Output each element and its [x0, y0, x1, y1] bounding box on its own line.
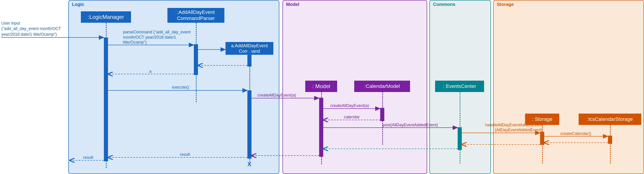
lifeline-ics	[610, 125, 611, 164]
msg-createallday-a: createAllDayEvent(a)	[258, 93, 296, 98]
act-calmodel	[380, 108, 384, 121]
act-cmd-exec	[248, 90, 252, 159]
msg-createallday-a2: createAllDayEvent(a)	[330, 103, 369, 108]
obj-logic-manager: :LogicManager	[81, 11, 131, 23]
msg-post: post(AllDayEventAddedEvent)	[383, 123, 438, 127]
msg-execute: execute()	[172, 85, 189, 90]
obj-events-center: : EventsCenter	[435, 81, 484, 92]
obj-addallday-parser: :AddAllDayEvent CommandParser	[168, 8, 224, 23]
region-storage-label: Storage	[497, 2, 514, 7]
region-logic-label: Logic	[72, 2, 84, 7]
obj-model: : Model	[305, 81, 337, 92]
msg-parsecommand: parseCommand ("add_all_day_event month/O…	[123, 29, 191, 45]
msg-calendar: calendar	[344, 115, 360, 119]
msg-result-inner: result	[180, 152, 190, 157]
region-commons-label: Commons	[433, 2, 456, 7]
region-model-label: Model	[286, 2, 299, 7]
obj-calendar-model: :CalendarModel	[354, 81, 410, 92]
obj-ics-storage: :IcsCalendarStorage	[578, 114, 641, 125]
msg-createcalendar: createCalendar()	[560, 131, 591, 136]
act-model	[319, 98, 323, 157]
region-storage: Storage	[493, 0, 644, 174]
x-cmd-destroy: X	[248, 161, 251, 168]
act-storage	[540, 132, 544, 145]
act-eventscenter	[458, 127, 462, 150]
act-cmd-create	[248, 49, 252, 67]
act-ics	[608, 136, 612, 144]
msg-result-outer: result	[83, 155, 93, 160]
msg-return-a: a	[149, 69, 152, 74]
act-logicmanager	[104, 37, 108, 161]
msg-handle: handleAllDayEventAddedEvent (AllDayEvent…	[485, 123, 542, 132]
act-parser	[194, 44, 198, 75]
note-user-input: User input ("add_all_day_event month/OCT…	[1, 20, 61, 37]
